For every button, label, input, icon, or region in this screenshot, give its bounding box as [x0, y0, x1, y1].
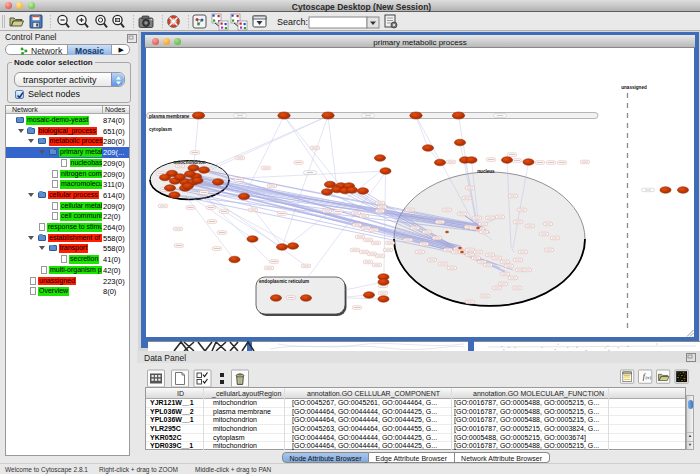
svg-text:endoplasmic reticulum: endoplasmic reticulum — [259, 279, 309, 284]
svg-text:Search:: Search: — [277, 17, 308, 27]
svg-text:nucleus: nucleus — [477, 169, 495, 174]
svg-text:plasma membrane: plasma membrane — [149, 114, 190, 119]
svg-text:unassigned: unassigned — [621, 85, 647, 90]
svg-text:cytoplasm: cytoplasm — [149, 127, 172, 132]
svg-text:(x): (x) — [646, 375, 652, 380]
